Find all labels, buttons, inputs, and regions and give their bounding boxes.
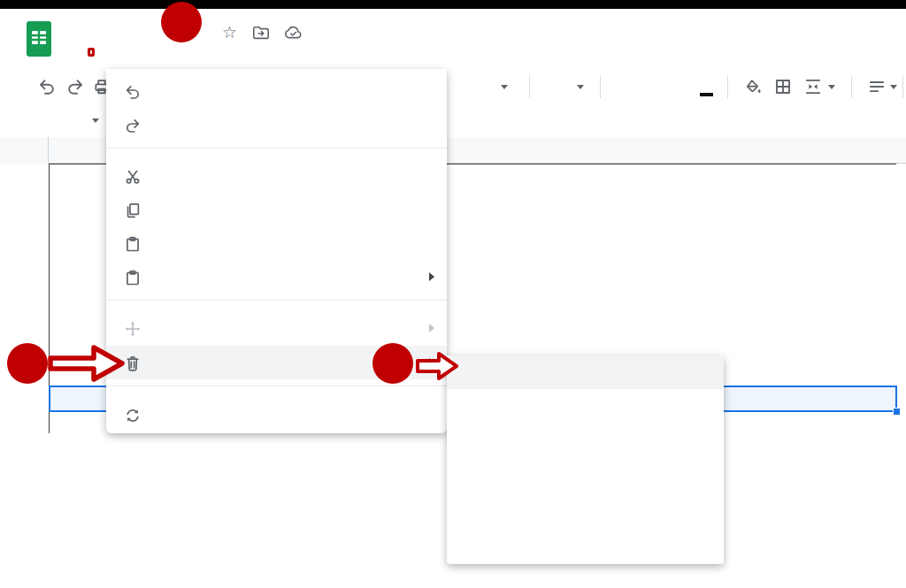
step-3-badge: [372, 343, 413, 384]
menu-tools[interactable]: [168, 50, 170, 54]
google-sheets-window: ☆: [0, 0, 906, 588]
submenu-arrow-icon: [429, 324, 434, 332]
submenu-item-row-10[interactable]: [447, 389, 724, 423]
submenu-item-values[interactable]: [447, 355, 724, 389]
toolbar-divider: [851, 75, 852, 98]
undo-button[interactable]: [37, 77, 57, 96]
move-to-folder-icon[interactable]: [251, 23, 271, 42]
text-color-bar: [700, 93, 713, 96]
menu-data[interactable]: [153, 50, 155, 54]
delete-submenu: [447, 355, 724, 564]
merge-cells-caret[interactable]: [828, 85, 835, 89]
menu-item-find-and-replace[interactable]: [106, 398, 447, 431]
cloud-saved-icon[interactable]: [283, 24, 304, 42]
step-3-arrow: [416, 350, 460, 382]
window-top-bar: [0, 0, 906, 9]
horizontal-align-button[interactable]: [867, 77, 887, 96]
redo-icon: [124, 117, 142, 134]
menu-item-cut[interactable]: [106, 159, 447, 193]
name-box-caret[interactable]: [92, 118, 99, 123]
paste-icon: [124, 235, 142, 253]
sheets-logo-icon: [27, 21, 51, 57]
submenu-item-columns-a-g[interactable]: [447, 423, 724, 456]
menu-bar: [73, 39, 236, 65]
submenu-item-cells-shift-left[interactable]: [447, 490, 724, 523]
copy-icon: [124, 202, 142, 219]
menu-separator: [106, 148, 447, 149]
menu-separator: [106, 300, 447, 301]
cut-icon: [124, 168, 142, 186]
step-1-badge: [161, 2, 202, 42]
font-dropdown-caret[interactable]: [501, 85, 508, 89]
toolbar-divider: [727, 75, 728, 98]
title-row: ☆: [0, 9, 906, 41]
borders-button[interactable]: [773, 77, 793, 96]
submenu-item-notes[interactable]: [447, 523, 724, 557]
menu-format[interactable]: [138, 50, 140, 54]
menu-item-paste[interactable]: [106, 226, 447, 260]
find-replace-icon: [124, 407, 142, 424]
menu-edit[interactable]: [88, 48, 95, 57]
menu-item-paste-special[interactable]: [106, 260, 447, 294]
menu-item-move: [106, 311, 447, 345]
select-all-corner[interactable]: [0, 137, 49, 164]
menu-extensions[interactable]: [183, 50, 185, 54]
menu-separator: [106, 386, 447, 386]
move-icon: [124, 320, 142, 338]
toolbar-divider: [600, 75, 601, 98]
delete-trash-icon: [124, 355, 142, 372]
undo-icon: [124, 83, 142, 101]
redo-button[interactable]: [65, 77, 85, 96]
menu-file[interactable]: [73, 50, 74, 54]
toolbar-divider: [902, 75, 903, 98]
menu-view[interactable]: [108, 50, 110, 54]
menu-help[interactable]: [198, 50, 200, 54]
menu-item-copy[interactable]: [106, 193, 447, 226]
merge-cells-button[interactable]: [803, 77, 823, 96]
paste-special-icon: [124, 269, 142, 286]
menu-item-undo[interactable]: [106, 74, 447, 108]
submenu-arrow-icon: [429, 272, 434, 281]
toolbar-divider: [529, 75, 530, 98]
step-2-badge: [7, 343, 48, 384]
selection-fill-handle[interactable]: [893, 408, 901, 416]
submenu-item-cells-shift-up[interactable]: [447, 456, 724, 490]
menu-item-redo[interactable]: [106, 108, 447, 141]
font-size-caret[interactable]: [577, 85, 584, 89]
horizontal-align-caret[interactable]: [890, 85, 897, 89]
step-2-arrow: [48, 343, 126, 386]
fill-color-button[interactable]: [743, 77, 763, 96]
menu-insert[interactable]: [123, 50, 125, 54]
